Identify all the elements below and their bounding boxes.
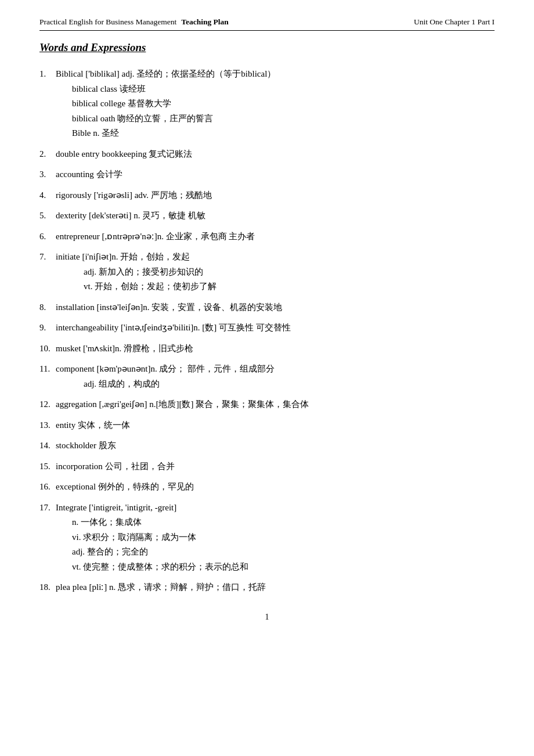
sub-entry: biblical oath 吻经的立誓，庄严的誓言 bbox=[72, 111, 495, 127]
entry-text: double entry bookkeeping 复式记账法 bbox=[56, 147, 495, 162]
list-item: 1.Biblical ['biblikal] adj. 圣经的；依据圣经的（等于… bbox=[39, 67, 495, 141]
entry-main: 15.incorporation 公司，社团，合并 bbox=[39, 459, 495, 474]
list-item: 3.accounting 会计学 bbox=[39, 167, 495, 182]
entry-number: 12. bbox=[39, 397, 56, 412]
page-number: 1 bbox=[265, 613, 269, 621]
header-left-group: Practical English for Business Managemen… bbox=[39, 17, 229, 27]
entry-number: 7. bbox=[39, 250, 56, 265]
entry-number: 1. bbox=[39, 67, 56, 82]
entry-text: aggregation [,ægri'geiʃən] n.[地质][数] 聚合，… bbox=[56, 397, 495, 412]
sub-entry: adj. 组成的，构成的 bbox=[84, 377, 495, 392]
entry-text: dexterity [dek'sterəti] n. 灵巧，敏捷 机敏 bbox=[56, 208, 495, 224]
entry-number: 4. bbox=[39, 188, 56, 203]
entry-text: plea plea [pliː] n. 恳求，请求；辩解，辩护；借口，托辞 bbox=[56, 580, 495, 595]
sub-entry: Bible n. 圣经 bbox=[72, 126, 495, 141]
entry-main: 3.accounting 会计学 bbox=[39, 167, 495, 182]
entry-main: 1.Biblical ['biblikal] adj. 圣经的；依据圣经的（等于… bbox=[39, 67, 495, 82]
entry-number: 17. bbox=[39, 501, 56, 516]
entry-main: 14.stockholder 股东 bbox=[39, 438, 495, 453]
entry-number: 14. bbox=[39, 438, 56, 453]
list-item: 17.Integrate ['intigreit, 'intigrit, -gr… bbox=[39, 501, 495, 575]
sub-entry: vi. 求积分；取消隔离；成为一体 bbox=[72, 530, 495, 545]
sub-entry: biblical college 基督教大学 bbox=[72, 96, 495, 111]
list-item: 4.rigorously ['rigərəsli] adv. 严厉地；残酷地 bbox=[39, 188, 495, 203]
sub-entry: n. 一体化；集成体 bbox=[72, 515, 495, 530]
entry-main: 13.entity 实体，统一体 bbox=[39, 418, 495, 433]
list-item: 2.double entry bookkeeping 复式记账法 bbox=[39, 147, 495, 162]
list-item: 6.entrepreneur [,ɒntrəprə'nəː]n. 企业家，承包商… bbox=[39, 229, 495, 244]
list-item: 14.stockholder 股东 bbox=[39, 438, 495, 453]
entry-number: 11. bbox=[39, 362, 56, 377]
header-subtitle: Practical English for Business Managemen… bbox=[39, 17, 176, 27]
list-item: 9.interchangeability ['intə,tʃeindʒə'bil… bbox=[39, 321, 495, 336]
header-title: Teaching Plan bbox=[181, 17, 229, 27]
entry-number: 13. bbox=[39, 418, 56, 433]
list-item: 18.plea plea [pliː] n. 恳求，请求；辩解，辩护；借口，托辞 bbox=[39, 580, 495, 595]
entry-main: 16.exceptional 例外的，特殊的，罕见的 bbox=[39, 480, 495, 495]
entry-text: Biblical ['biblikal] adj. 圣经的；依据圣经的（等于bi… bbox=[56, 67, 495, 82]
entry-text: musket ['mʌskit]n. 滑膛枪，旧式步枪 bbox=[56, 341, 495, 357]
list-item: 13.entity 实体，统一体 bbox=[39, 418, 495, 433]
sub-entry: biblical class 读经班 bbox=[72, 82, 495, 97]
sub-entry: adj. 新加入的；接受初步知识的 bbox=[84, 265, 495, 280]
entry-number: 15. bbox=[39, 459, 56, 474]
entry-text: stockholder 股东 bbox=[56, 438, 495, 453]
entry-main: 18.plea plea [pliː] n. 恳求，请求；辩解，辩护；借口，托辞 bbox=[39, 580, 495, 595]
page: Practical English for Business Managemen… bbox=[0, 0, 534, 756]
entry-text: accounting 会计学 bbox=[56, 167, 495, 182]
entry-number: 10. bbox=[39, 341, 56, 357]
entry-text: interchangeability ['intə,tʃeindʒə'bilit… bbox=[56, 321, 495, 336]
entries-list: 1.Biblical ['biblikal] adj. 圣经的；依据圣经的（等于… bbox=[39, 67, 495, 595]
sub-entry: adj. 整合的；完全的 bbox=[72, 545, 495, 560]
entry-main: 2.double entry bookkeeping 复式记账法 bbox=[39, 147, 495, 162]
entry-number: 16. bbox=[39, 480, 56, 495]
list-item: 12.aggregation [,ægri'geiʃən] n.[地质][数] … bbox=[39, 397, 495, 412]
entry-text: incorporation 公司，社团，合并 bbox=[56, 459, 495, 474]
entry-main: 17.Integrate ['intigreit, 'intigrit, -gr… bbox=[39, 501, 495, 516]
entry-text: entrepreneur [,ɒntrəprə'nəː]n. 企业家，承包商 主… bbox=[56, 229, 495, 244]
entry-number: 3. bbox=[39, 167, 56, 182]
entry-number: 2. bbox=[39, 147, 56, 162]
entry-main: 11.component [kəm'pəunənt]n. 成分； 部件，元件，组… bbox=[39, 362, 495, 377]
entry-main: 9.interchangeability ['intə,tʃeindʒə'bil… bbox=[39, 321, 495, 336]
list-item: 16.exceptional 例外的，特殊的，罕见的 bbox=[39, 480, 495, 495]
list-item: 8.installation [instə'leiʃən]n. 安装，安置，设备… bbox=[39, 300, 495, 315]
page-header: Practical English for Business Managemen… bbox=[39, 17, 495, 31]
entry-text: component [kəm'pəunənt]n. 成分； 部件，元件，组成部分 bbox=[56, 362, 495, 377]
sub-entry: vt. 开始，创始；发起；使初步了解 bbox=[84, 279, 495, 294]
list-item: 5.dexterity [dek'sterəti] n. 灵巧，敏捷 机敏 bbox=[39, 208, 495, 224]
entry-text: exceptional 例外的，特殊的，罕见的 bbox=[56, 480, 495, 495]
entry-text: initiate [i'niʃiət]n. 开始，创始，发起 bbox=[56, 250, 495, 265]
entry-main: 10.musket ['mʌskit]n. 滑膛枪，旧式步枪 bbox=[39, 341, 495, 357]
header-unit: Unit One Chapter 1 Part I bbox=[414, 17, 495, 27]
entry-number: 5. bbox=[39, 208, 56, 224]
entry-number: 6. bbox=[39, 229, 56, 244]
entry-number: 8. bbox=[39, 300, 56, 315]
entry-number: 9. bbox=[39, 321, 56, 336]
entry-main: 4.rigorously ['rigərəsli] adv. 严厉地；残酷地 bbox=[39, 188, 495, 203]
list-item: 7.initiate [i'niʃiət]n. 开始，创始，发起adj. 新加入… bbox=[39, 250, 495, 294]
list-item: 11.component [kəm'pəunənt]n. 成分； 部件，元件，组… bbox=[39, 362, 495, 391]
entry-text: entity 实体，统一体 bbox=[56, 418, 495, 433]
entry-main: 7.initiate [i'niʃiət]n. 开始，创始，发起 bbox=[39, 250, 495, 265]
entry-text: rigorously ['rigərəsli] adv. 严厉地；残酷地 bbox=[56, 188, 495, 203]
section-title: Words and Expressions bbox=[39, 41, 495, 54]
entry-main: 8.installation [instə'leiʃən]n. 安装，安置，设备… bbox=[39, 300, 495, 315]
entry-text: Integrate ['intigreit, 'intigrit, -greit… bbox=[56, 501, 495, 516]
entry-main: 6.entrepreneur [,ɒntrəprə'nəː]n. 企业家，承包商… bbox=[39, 229, 495, 244]
entry-main: 5.dexterity [dek'sterəti] n. 灵巧，敏捷 机敏 bbox=[39, 208, 495, 224]
entry-text: installation [instə'leiʃən]n. 安装，安置，设备、机… bbox=[56, 300, 495, 315]
entry-number: 18. bbox=[39, 580, 56, 595]
entry-main: 12.aggregation [,ægri'geiʃən] n.[地质][数] … bbox=[39, 397, 495, 412]
list-item: 15.incorporation 公司，社团，合并 bbox=[39, 459, 495, 474]
sub-entry: vt. 使完整；使成整体；求的积分；表示的总和 bbox=[72, 560, 495, 575]
list-item: 10.musket ['mʌskit]n. 滑膛枪，旧式步枪 bbox=[39, 341, 495, 357]
page-footer: 1 bbox=[39, 613, 495, 622]
